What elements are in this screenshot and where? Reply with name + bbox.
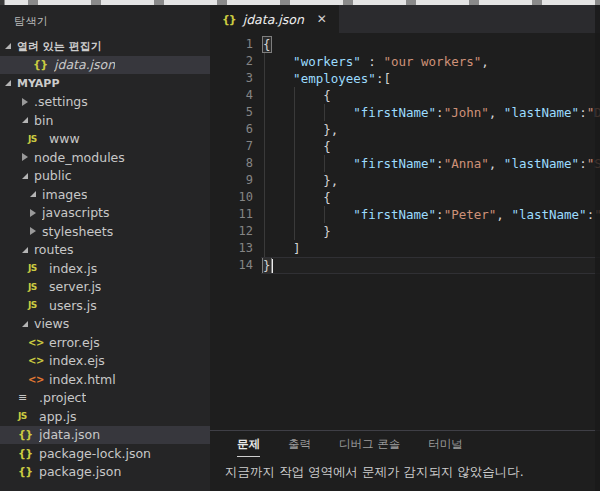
chevron-expanded-icon[interactable] [22, 173, 28, 179]
chevron-collapsed-icon[interactable] [22, 153, 28, 161]
code-line-14[interactable]: 14} [210, 257, 600, 274]
sidebar-item-index-js[interactable]: JSindex.js [0, 259, 210, 278]
sidebar-item-app-js[interactable]: JSapp.js [0, 407, 210, 426]
chevron-expanded-icon[interactable] [30, 191, 36, 197]
line-number[interactable]: 2 [210, 53, 263, 70]
sidebar-section-myapp[interactable]: MYAPP [0, 74, 210, 93]
sidebar-item-package-lock-json[interactable]: {}package-lock.json [0, 444, 210, 463]
chevron-expanded-icon[interactable] [22, 321, 28, 327]
chevron-collapsed-icon[interactable] [22, 98, 28, 106]
json-file-icon: {} [18, 465, 35, 478]
code-line-10[interactable]: 10 { [210, 189, 600, 206]
code-token: ] [293, 241, 301, 256]
sidebar-item-jdata-json[interactable]: {}jdata.json [0, 426, 210, 445]
js-file-icon: JS [28, 282, 45, 292]
chevron-collapsed-icon[interactable] [30, 227, 36, 235]
line-number[interactable]: 6 [210, 121, 263, 138]
panel-tab-output[interactable]: 출력 [288, 437, 311, 452]
bottom-panel: 문제출력디버그 콘솔터미널 지금까지 작업 영역에서 문제가 감지되지 않았습니… [210, 430, 600, 491]
sidebar-item-users-js[interactable]: JSusers.js [0, 296, 210, 315]
chevron-expanded-icon[interactable] [22, 247, 28, 253]
open-editor-item-jdata-json[interactable]: {}jdata.json [0, 56, 210, 75]
item-label: users.js [49, 298, 97, 313]
code-token: { [323, 88, 331, 103]
sidebar-folder-settings[interactable]: .settings [0, 93, 210, 112]
code-line-5[interactable]: 5 "firstName":"John", "lastName":"Doe" [210, 104, 600, 121]
panel-tab-bar: 문제출력디버그 콘솔터미널 [210, 431, 600, 457]
code-token: : [436, 105, 444, 120]
code-line-11[interactable]: 11 "firstName":"Peter", "lastName":"Jone… [210, 206, 600, 223]
sidebar-folder-javascripts[interactable]: javascripts [0, 204, 210, 223]
sidebar-section-open-editors[interactable]: 열려 있는 편집기 [0, 37, 210, 56]
code-line-1[interactable]: 1{ [210, 36, 600, 53]
line-number[interactable]: 12 [210, 223, 263, 240]
sidebar-item-www[interactable]: JSwww [0, 130, 210, 149]
line-number[interactable]: 1 [210, 36, 263, 53]
sidebar-folder-images[interactable]: images [0, 185, 210, 204]
line-number[interactable]: 9 [210, 172, 263, 189]
line-number[interactable]: 8 [210, 155, 263, 172]
sidebar-folder-routes[interactable]: routes [0, 241, 210, 260]
chevron-expanded-icon[interactable] [5, 80, 11, 86]
line-number[interactable]: 5 [210, 104, 263, 121]
text-cursor [271, 259, 273, 273]
line-number[interactable]: 11 [210, 206, 263, 223]
tab-jdata-json[interactable]: {} jdata.json ✕ [210, 5, 339, 33]
vscode-window: 탐색기 열려 있는 편집기{}jdata.jsonMYAPP.settingsb… [0, 5, 600, 491]
js-file-icon: JS [18, 411, 35, 421]
item-label: www [49, 131, 80, 146]
code-token: "lastName" [504, 156, 579, 171]
code-token: "firstName" [353, 207, 436, 222]
code-token: { [323, 139, 331, 154]
item-label: routes [34, 242, 74, 257]
chevron-expanded-icon[interactable] [5, 43, 11, 49]
code-token [263, 207, 353, 222]
code-line-9[interactable]: 9 }, [210, 172, 600, 189]
code-line-13[interactable]: 13 ] [210, 240, 600, 257]
panel-tab-debug-console[interactable]: 디버그 콘솔 [339, 437, 400, 452]
sidebar-item-index-ejs[interactable]: <>index.ejs [0, 352, 210, 371]
code-line-7[interactable]: 7 { [210, 138, 600, 155]
panel-tab-terminal[interactable]: 터미널 [428, 437, 463, 452]
sidebar-item-project[interactable]: ≡.project [0, 389, 210, 408]
item-label: index.js [49, 261, 97, 276]
sidebar-folder-bin[interactable]: bin [0, 111, 210, 130]
code-token: "Anna" [444, 156, 489, 171]
item-label: public [34, 168, 72, 183]
sidebar-folder-views[interactable]: views [0, 315, 210, 334]
code-line-12[interactable]: 12 } [210, 223, 600, 240]
sidebar-folder-node-modules[interactable]: node_modules [0, 148, 210, 167]
sidebar-folder-stylesheets[interactable]: stylesheets [0, 222, 210, 241]
code-token [263, 122, 323, 137]
code-token [263, 139, 323, 154]
line-number[interactable]: 4 [210, 87, 263, 104]
panel-tab-problems[interactable]: 문제 [237, 437, 260, 452]
code-token: : [436, 156, 444, 171]
code-lines: 1{2 "workers" : "our workers",3 "employe… [210, 36, 600, 274]
sidebar-folder-public[interactable]: public [0, 167, 210, 186]
code-line-3[interactable]: 3 "employees":[ [210, 70, 600, 87]
code-line-6[interactable]: 6 }, [210, 121, 600, 138]
code-line-8[interactable]: 8 "firstName":"Anna", "lastName":"Smith" [210, 155, 600, 172]
chevron-collapsed-icon[interactable] [30, 209, 36, 217]
chevron-expanded-icon[interactable] [22, 117, 28, 123]
line-number[interactable]: 3 [210, 70, 263, 87]
line-number[interactable]: 10 [210, 189, 263, 206]
ejs-file-icon: <> [28, 355, 45, 366]
code-line-2[interactable]: 2 "workers" : "our workers", [210, 53, 600, 70]
code-token: "firstName" [353, 156, 436, 171]
sidebar-item-package-json[interactable]: {}package.json [0, 463, 210, 482]
screen-edge-artifact [595, 5, 600, 491]
code-token: , [496, 207, 511, 222]
sidebar-item-index-html[interactable]: <>index.html [0, 370, 210, 389]
close-icon[interactable]: ✕ [317, 12, 327, 26]
line-number[interactable]: 14 [210, 257, 263, 274]
line-number[interactable]: 13 [210, 240, 263, 257]
line-number[interactable]: 7 [210, 138, 263, 155]
sidebar-item-error-ejs[interactable]: <>error.ejs [0, 333, 210, 352]
item-label: jdata.json [54, 57, 115, 72]
code-line-4[interactable]: 4 { [210, 87, 600, 104]
sidebar-item-server-js[interactable]: JSserver.js [0, 278, 210, 297]
code-token: : [579, 105, 587, 120]
code-editor[interactable]: 1{2 "workers" : "our workers",3 "employe… [210, 33, 600, 430]
